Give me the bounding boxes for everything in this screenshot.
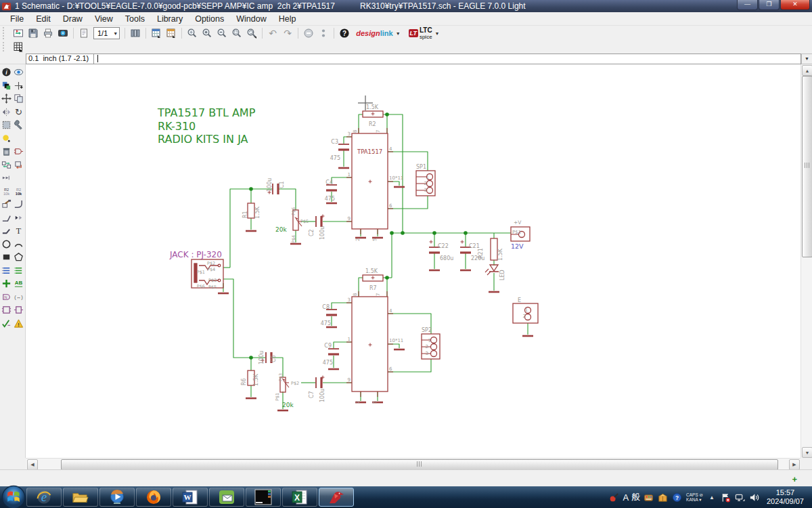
change-tool[interactable] bbox=[13, 119, 24, 131]
ime-mode-indicator[interactable]: A bbox=[623, 492, 629, 503]
toolbar-handle[interactable] bbox=[3, 42, 9, 51]
taskbar-app-console[interactable] bbox=[246, 488, 281, 507]
value-tool[interactable]: R210k bbox=[13, 186, 24, 197]
taskbar-app-eagle[interactable] bbox=[319, 488, 354, 507]
net-tool[interactable] bbox=[13, 265, 24, 276]
command-input[interactable] bbox=[93, 54, 801, 64]
horizontal-scrollbar[interactable]: ◀ ▶ bbox=[26, 458, 800, 469]
taskbar-app-firefox[interactable] bbox=[136, 488, 171, 507]
cam-processor-button[interactable] bbox=[55, 26, 70, 40]
help-button[interactable]: ? bbox=[337, 26, 352, 40]
taskbar-app-media-player[interactable] bbox=[99, 488, 135, 507]
text-tool[interactable]: T bbox=[13, 225, 24, 236]
zoom-in-button[interactable] bbox=[200, 26, 215, 40]
ime-conversion-indicator[interactable]: 般 bbox=[631, 491, 640, 503]
info-tool[interactable]: i bbox=[1, 66, 12, 78]
copy-tool[interactable] bbox=[13, 93, 24, 104]
redo-button[interactable]: ↷ bbox=[280, 26, 295, 40]
scroll-up-button[interactable]: ▲ bbox=[802, 65, 812, 76]
zoom-out-button[interactable] bbox=[215, 26, 229, 40]
polygon-tool[interactable] bbox=[13, 251, 24, 263]
mirror-tool[interactable] bbox=[1, 106, 12, 118]
attribute-tool[interactable]: N bbox=[1, 291, 12, 303]
open-button[interactable] bbox=[11, 26, 26, 40]
rect-tool[interactable] bbox=[1, 251, 12, 263]
erc-tool[interactable] bbox=[1, 318, 12, 329]
label-tool[interactable]: AB bbox=[13, 278, 24, 289]
taskbar-clock[interactable]: 15:572024/09/07 bbox=[767, 488, 804, 506]
taskbar-app-mail[interactable] bbox=[209, 488, 244, 507]
move-tool[interactable] bbox=[1, 93, 12, 104]
tray-action-center-flag-icon[interactable] bbox=[721, 492, 731, 503]
arc-tool[interactable] bbox=[13, 238, 24, 250]
rotate-tool[interactable]: ↻ bbox=[13, 106, 24, 118]
start-button[interactable] bbox=[1, 487, 26, 507]
grid-button[interactable] bbox=[11, 40, 26, 54]
wire-tool[interactable] bbox=[1, 225, 12, 236]
schematic-drawing[interactable]: TPA1517 BTL AMPRK-310RADIO KITS IN JA1.5… bbox=[26, 64, 800, 458]
ltcspice-button[interactable]: LTLTCspice▼ bbox=[409, 27, 440, 40]
group-tool[interactable] bbox=[1, 119, 12, 131]
library-orange-button[interactable] bbox=[164, 26, 179, 40]
zoom-fit-button[interactable] bbox=[185, 26, 200, 40]
errors-tool[interactable]: ! bbox=[13, 318, 24, 329]
vertical-scrollbar[interactable]: ▲ ▼ bbox=[800, 64, 812, 458]
command-history-dropdown[interactable]: ▼ bbox=[801, 54, 812, 64]
circle-tool[interactable] bbox=[1, 238, 12, 250]
pinswap-tool[interactable] bbox=[1, 159, 12, 171]
menu-tools[interactable]: Tools bbox=[119, 13, 151, 25]
sheet-selector[interactable]: 1/1▼ bbox=[93, 27, 120, 39]
close-button[interactable]: ✕ bbox=[780, 0, 810, 10]
module-tool[interactable] bbox=[1, 304, 12, 316]
schematic-canvas[interactable]: TPA1517 BTL AMPRK-310RADIO KITS IN JA1.5… bbox=[26, 64, 800, 458]
scroll-down-button[interactable]: ▼ bbox=[802, 447, 812, 458]
zoom-select-button[interactable] bbox=[229, 26, 244, 40]
bus-tool[interactable] bbox=[1, 265, 12, 276]
tray-palette-icon[interactable] bbox=[644, 492, 654, 503]
menu-options[interactable]: Options bbox=[189, 13, 230, 25]
taskbar-app-internet-explorer[interactable]: e bbox=[26, 488, 62, 507]
miter-tool[interactable] bbox=[13, 198, 24, 210]
tray-package-icon[interactable] bbox=[658, 492, 668, 503]
show-tool[interactable] bbox=[13, 66, 24, 78]
zoom-redraw-button[interactable] bbox=[244, 26, 259, 40]
sheet-list-button[interactable] bbox=[76, 26, 91, 40]
scroll-right-button[interactable]: ▶ bbox=[789, 459, 800, 470]
mark-tool[interactable] bbox=[13, 80, 24, 91]
dimension-tool[interactable]: (↔) bbox=[13, 291, 24, 303]
minimize-button[interactable]: — bbox=[737, 0, 758, 10]
go-button[interactable] bbox=[316, 26, 331, 40]
split-tool[interactable] bbox=[1, 212, 12, 224]
restore-button[interactable]: ❐ bbox=[759, 0, 780, 10]
toolbar-handle[interactable] bbox=[3, 27, 9, 39]
name-tool[interactable]: R210k bbox=[1, 186, 12, 197]
tray-question-help-icon[interactable]: ? bbox=[672, 492, 682, 503]
ime-caps-kana-indicator[interactable]: CAPS ⊘KANA ▾ bbox=[686, 492, 703, 502]
smash-tool[interactable] bbox=[1, 198, 12, 210]
menu-file[interactable]: File bbox=[4, 13, 30, 25]
gateswap-tool[interactable] bbox=[1, 172, 12, 184]
stop-button[interactable] bbox=[301, 26, 316, 40]
add-part-tool[interactable] bbox=[13, 146, 24, 157]
taskbar-app-word[interactable]: W bbox=[173, 488, 208, 507]
titlebar[interactable]: 1 Schematic - D:¥TOOL5¥EAGLE-7.0.0¥good-… bbox=[0, 0, 812, 12]
scroll-left-button[interactable]: ◀ bbox=[27, 459, 38, 470]
tray-pen-tablet-icon[interactable] bbox=[609, 492, 619, 503]
menu-help[interactable]: Help bbox=[273, 13, 302, 25]
taskbar-app-windows-explorer[interactable] bbox=[63, 488, 98, 507]
layer-settings-button[interactable] bbox=[128, 26, 143, 40]
menu-window[interactable]: Window bbox=[230, 13, 272, 25]
port-tool[interactable] bbox=[13, 304, 24, 316]
replace-tool[interactable] bbox=[13, 159, 24, 171]
save-button[interactable] bbox=[26, 26, 41, 40]
show-hidden-icons-button[interactable]: ▲ bbox=[709, 494, 715, 501]
library-blue-button[interactable] bbox=[149, 26, 164, 40]
delete-tool[interactable] bbox=[1, 146, 12, 157]
tray-volume-icon[interactable] bbox=[749, 492, 759, 503]
paint-tool[interactable] bbox=[1, 133, 12, 144]
taskbar-app-excel[interactable]: X bbox=[282, 488, 317, 507]
undo-button[interactable]: ↶ bbox=[265, 26, 280, 40]
display-layers-tool[interactable] bbox=[1, 80, 12, 91]
tray-network-icon[interactable] bbox=[735, 492, 745, 503]
junction-tool[interactable] bbox=[1, 278, 12, 289]
